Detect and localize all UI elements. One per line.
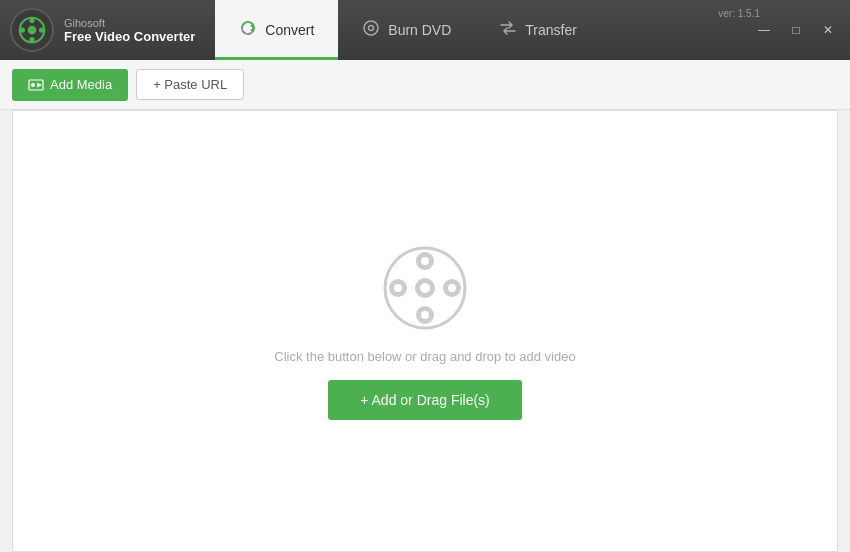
convert-icon: [239, 19, 257, 41]
svg-point-20: [394, 284, 402, 292]
add-media-icon: [28, 77, 44, 93]
svg-point-9: [31, 83, 35, 87]
tab-convert[interactable]: Convert: [215, 0, 338, 60]
transfer-icon: [499, 19, 517, 41]
drop-hint: Click the button below or drag and drop …: [274, 349, 575, 364]
tab-convert-label: Convert: [265, 22, 314, 38]
svg-point-3: [29, 37, 34, 42]
svg-point-7: [369, 26, 374, 31]
svg-point-19: [421, 311, 429, 319]
minimize-button[interactable]: —: [750, 18, 778, 42]
maximize-button[interactable]: □: [782, 18, 810, 42]
app-name: Free Video Converter: [64, 29, 195, 44]
svg-point-18: [421, 257, 429, 265]
svg-marker-10: [37, 82, 42, 87]
paste-url-button[interactable]: + Paste URL: [136, 69, 244, 100]
film-reel-icon: [380, 243, 470, 333]
svg-point-13: [420, 283, 430, 293]
title-bar: Gihosoft Free Video Converter Convert: [0, 0, 850, 60]
svg-point-4: [20, 27, 25, 32]
app-logo: [10, 8, 54, 52]
add-media-button[interactable]: Add Media: [12, 69, 128, 101]
svg-point-21: [448, 284, 456, 292]
svg-point-2: [29, 18, 34, 23]
tab-burn-dvd-label: Burn DVD: [388, 22, 451, 38]
window-controls: — □ ✕: [750, 18, 842, 42]
toolbar: Add Media + Paste URL: [0, 60, 850, 110]
main-content: Click the button below or drag and drop …: [12, 110, 838, 552]
svg-point-6: [364, 21, 378, 35]
app-title-block: Gihosoft Free Video Converter: [64, 17, 195, 44]
app-company: Gihosoft: [64, 17, 195, 29]
tab-burn-dvd[interactable]: Burn DVD: [338, 0, 475, 60]
svg-point-5: [39, 27, 44, 32]
add-drag-button[interactable]: + Add or Drag File(s): [328, 380, 522, 420]
close-button[interactable]: ✕: [814, 18, 842, 42]
tab-transfer-label: Transfer: [525, 22, 577, 38]
burn-dvd-icon: [362, 19, 380, 41]
svg-point-1: [28, 26, 37, 35]
tab-transfer[interactable]: Transfer: [475, 0, 601, 60]
